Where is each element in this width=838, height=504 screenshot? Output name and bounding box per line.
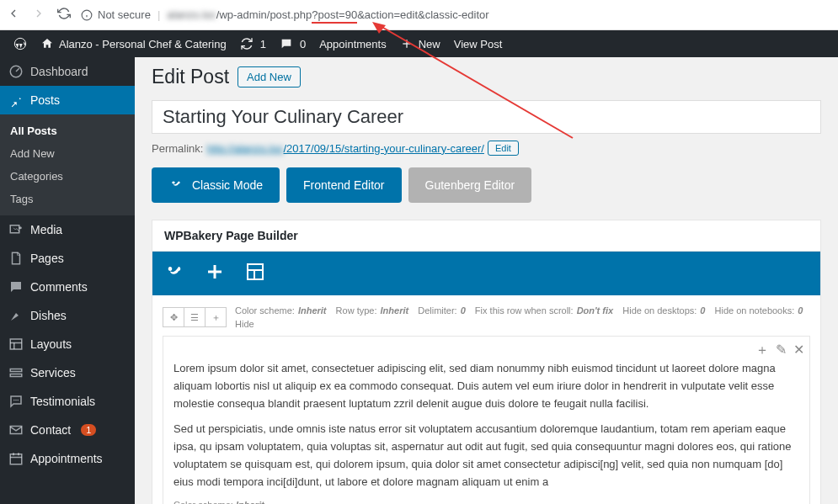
add-column-icon[interactable]: ＋ bbox=[205, 307, 227, 327]
services-icon bbox=[8, 365, 24, 380]
wpbakery-toolbar bbox=[152, 252, 820, 295]
text-para-2: Sed ut perspiciatis, unde omnis iste nat… bbox=[173, 421, 799, 491]
column-container: ＋ ✎ ✕ Lorem ipsum dolor sit amet, consec… bbox=[163, 336, 810, 504]
browser-bar: Not secure | alanzo.loc/wp-admin/post.ph… bbox=[0, 0, 838, 30]
testimonial-icon bbox=[8, 394, 24, 409]
forward-icon[interactable] bbox=[32, 7, 45, 24]
security-indicator[interactable]: Not secure bbox=[81, 8, 151, 21]
view-post-link[interactable]: View Post bbox=[447, 30, 510, 57]
row-controls: ✥ ☰ ＋ Color scheme: Inherit Row type: In… bbox=[163, 305, 810, 329]
move-icon[interactable]: ✥ bbox=[163, 307, 184, 327]
home-icon bbox=[40, 37, 54, 50]
sub-item-tags[interactable]: Tags bbox=[0, 188, 135, 210]
url-divider: | bbox=[157, 8, 160, 21]
comments-link[interactable]: 0 bbox=[273, 30, 312, 57]
wordpress-icon bbox=[13, 37, 27, 50]
sidebar-item-media[interactable]: Media bbox=[0, 215, 135, 244]
svg-rect-13 bbox=[10, 374, 22, 377]
svg-point-8 bbox=[19, 226, 22, 229]
url-bar[interactable]: Not secure | alanzo.loc/wp-admin/post.ph… bbox=[81, 8, 831, 21]
sidebar-item-layouts[interactable]: Layouts bbox=[0, 330, 135, 358]
wp-admin-bar: Alanzo - Personal Chef & Catering 1 0 Ap… bbox=[0, 30, 838, 57]
site-name-link[interactable]: Alanzo - Personal Chef & Catering bbox=[34, 30, 233, 57]
text-para-1: Lorem ipsum dolor sit amet, consectetuer… bbox=[173, 360, 799, 412]
page-header: Edit Post Add New bbox=[152, 66, 821, 88]
info-icon bbox=[81, 9, 93, 21]
reload-icon[interactable] bbox=[57, 7, 71, 24]
dashboard-icon bbox=[8, 64, 24, 79]
gutenberg-editor-button[interactable]: Gutenberg Editor bbox=[408, 167, 532, 203]
svg-point-15 bbox=[15, 400, 17, 401]
editor-mode-buttons: Classic Mode Frontend Editor Gutenberg E… bbox=[152, 167, 821, 203]
comment-icon bbox=[280, 37, 293, 50]
wpb-logo-icon[interactable] bbox=[164, 262, 184, 285]
sidebar-item-posts[interactable]: Posts bbox=[0, 86, 135, 114]
frontend-editor-button[interactable]: Frontend Editor bbox=[286, 167, 402, 203]
col-edit-icon[interactable]: ✎ bbox=[776, 342, 787, 359]
add-new-button[interactable]: Add New bbox=[238, 66, 301, 88]
contact-badge: 1 bbox=[81, 424, 96, 436]
post-title-input[interactable] bbox=[152, 100, 821, 134]
layout-icon bbox=[8, 337, 24, 352]
svg-rect-12 bbox=[10, 369, 22, 372]
svg-rect-9 bbox=[10, 339, 22, 349]
updates-icon bbox=[240, 37, 254, 50]
wpbakery-title: WPBakery Page Builder bbox=[152, 220, 820, 252]
text-block[interactable]: Lorem ipsum dolor sit amet, consectetuer… bbox=[173, 360, 799, 491]
classic-mode-button[interactable]: Classic Mode bbox=[152, 167, 280, 203]
permalink-label: Permalink: bbox=[152, 142, 203, 155]
svg-rect-18 bbox=[10, 454, 22, 464]
not-secure-label: Not secure bbox=[98, 8, 151, 21]
row-container: ✥ ☰ ＋ Color scheme: Inherit Row type: In… bbox=[152, 295, 820, 504]
row-meta: Color scheme: Inherit Row type: Inherit … bbox=[235, 305, 810, 329]
content-area: Edit Post Add New Permalink: http://alan… bbox=[135, 57, 838, 504]
media-icon bbox=[8, 222, 24, 237]
add-element-icon[interactable] bbox=[205, 262, 225, 285]
carrot-icon bbox=[8, 308, 24, 323]
url-text: alanzo.loc/wp-admin/post.php?post=90&act… bbox=[167, 8, 488, 21]
page-icon bbox=[8, 251, 24, 266]
sub-item-categories[interactable]: Categories bbox=[0, 165, 135, 188]
mail-icon bbox=[8, 422, 24, 438]
sidebar-item-services[interactable]: Services bbox=[0, 358, 135, 387]
permalink-row: Permalink: http://alanzo.loc/2017/09/15/… bbox=[152, 141, 821, 156]
new-content-link[interactable]: New bbox=[393, 30, 447, 57]
sidebar-item-dishes[interactable]: Dishes bbox=[0, 301, 135, 330]
wpbakery-panel: WPBakery Page Builder ✥ ☰ ＋ Color scheme… bbox=[152, 220, 821, 504]
wp-logo[interactable] bbox=[7, 30, 34, 57]
sub-item-add-new[interactable]: Add New bbox=[0, 142, 135, 165]
posts-submenu: All Posts Add New Categories Tags bbox=[0, 114, 135, 215]
page-title: Edit Post bbox=[152, 66, 229, 88]
sub-item-all-posts[interactable]: All Posts bbox=[0, 119, 135, 142]
calendar-icon bbox=[8, 451, 24, 466]
col-delete-icon[interactable]: ✕ bbox=[793, 342, 804, 359]
sidebar-item-testimonials[interactable]: Testimonials bbox=[0, 387, 135, 416]
sidebar-item-dashboard[interactable]: Dashboard bbox=[0, 57, 135, 86]
sidebar-item-pages[interactable]: Pages bbox=[0, 244, 135, 273]
template-icon[interactable] bbox=[245, 262, 265, 285]
appointments-link[interactable]: Appointments bbox=[312, 30, 393, 57]
comments-icon bbox=[8, 279, 24, 294]
pin-icon bbox=[8, 93, 24, 108]
svg-point-14 bbox=[13, 400, 15, 401]
col-add-icon[interactable]: ＋ bbox=[755, 342, 769, 359]
sidebar-item-contact[interactable]: Contact 1 bbox=[0, 416, 135, 444]
admin-sidebar: Dashboard Posts All Posts Add New Catego… bbox=[0, 57, 135, 504]
back-icon[interactable] bbox=[7, 7, 20, 24]
columns-icon[interactable]: ☰ bbox=[184, 307, 205, 327]
browser-nav bbox=[7, 7, 71, 24]
updates-link[interactable]: 1 bbox=[233, 30, 273, 57]
edit-permalink-button[interactable]: Edit bbox=[488, 141, 519, 156]
text-block-meta: Color scheme: Inherit bbox=[173, 500, 799, 504]
sidebar-item-comments[interactable]: Comments bbox=[0, 273, 135, 301]
wpb-icon bbox=[168, 178, 184, 193]
column-actions: ＋ ✎ ✕ bbox=[755, 342, 804, 359]
permalink-link[interactable]: http://alanzo.loc/2017/09/15/starting-yo… bbox=[206, 142, 484, 155]
plus-icon bbox=[400, 37, 414, 50]
svg-point-16 bbox=[18, 400, 19, 401]
sidebar-item-appointments[interactable]: Appointments bbox=[0, 444, 135, 473]
